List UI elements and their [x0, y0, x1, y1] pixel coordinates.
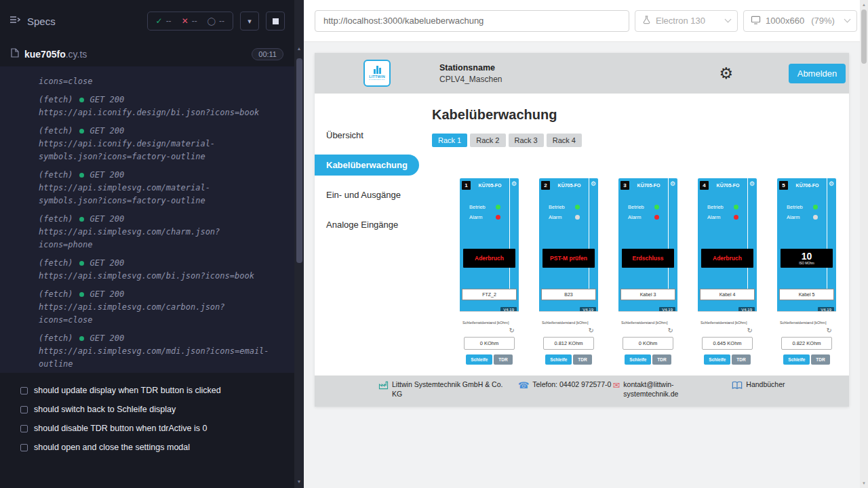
specs-label[interactable]: Specs [27, 16, 56, 27]
alarm-led-icon [813, 215, 818, 220]
device-gear-icon[interactable]: ⚙ [748, 181, 756, 187]
status-dot-icon [79, 173, 84, 178]
tdr-button[interactable]: TDR [652, 354, 671, 365]
log-entry-head: (fetch) GET 200 [39, 169, 270, 182]
fetch-label: (fetch) [39, 94, 73, 106]
card-buttons: Schleife TDR [542, 354, 595, 365]
reporter-scrollbar[interactable]: ▲ ▼ [294, 0, 304, 488]
collapse-button[interactable]: ▾ [240, 12, 259, 30]
tdr-button[interactable]: TDR [811, 354, 829, 365]
stop-run-button[interactable] [266, 12, 285, 30]
tdr-button[interactable]: TDR [732, 354, 750, 365]
card-divider [827, 272, 827, 289]
betrieb-led-icon [654, 205, 659, 209]
url-input[interactable] [315, 10, 629, 32]
test-item[interactable]: should disable TDR button when tdrActive… [0, 419, 294, 438]
test-item[interactable]: should switch back to Schleife display [0, 400, 294, 419]
specs-menu-icon[interactable] [9, 15, 20, 27]
fetch-label: (fetch) [39, 169, 73, 182]
schleife-button[interactable]: Schleife [704, 354, 730, 365]
rack-tab[interactable]: Rack 3 [509, 134, 544, 147]
log-entry[interactable]: (fetch) GET 200 https://api.iconify.desi… [39, 125, 270, 163]
log-entry[interactable]: icons=close [39, 75, 270, 88]
request-url: https://api.simplesvg.com/bi.json?icons=… [39, 270, 270, 283]
logout-button[interactable]: Abmelden [789, 64, 846, 83]
card-divider [589, 272, 589, 289]
window-scrollbar[interactable]: ▲ ▼ [860, 0, 868, 488]
footer-manuals[interactable]: Handbücher [732, 380, 785, 391]
footer-email[interactable]: ✉ kontakt@littwin-systemtechnik.de [612, 380, 688, 399]
factory-icon [378, 381, 389, 391]
sidebar-item[interactable]: Kabelüberwachung [315, 155, 419, 176]
refresh-icon[interactable]: ↻ [589, 327, 594, 334]
test-state-icon [20, 425, 28, 432]
schleife-button[interactable]: Schleife [625, 354, 651, 365]
log-entry[interactable]: (fetch) GET 200 https://api.iconify.desi… [39, 94, 270, 119]
browser-select[interactable]: Electron 130 [635, 10, 738, 32]
log-entry[interactable]: (fetch) GET 200 https://api.simplesvg.co… [39, 332, 270, 371]
device-gear-icon[interactable]: ⚙ [827, 181, 835, 187]
littwin-logo: LITTWIN SYSTEMTECHNIK [363, 60, 391, 87]
refresh-icon[interactable]: ↻ [509, 327, 515, 334]
sidebar-item[interactable]: Analoge Eingänge [315, 214, 419, 235]
log-entry-head: (fetch) GET 200 [39, 213, 270, 226]
scroll-up-icon[interactable]: ▲ [860, 3, 868, 7]
version-row: V4.19 [777, 300, 836, 311]
device-cards: ⚙ 1 KÜ705-FO Betrieb [460, 178, 849, 375]
viewport-select[interactable]: 1000x660 (79%) [743, 10, 857, 32]
log-entry[interactable]: (fetch) GET 200 https://api.simplesvg.co… [39, 257, 270, 283]
scroll-down-icon[interactable]: ▼ [294, 479, 304, 484]
test-item[interactable]: should open and close the settings modal [0, 438, 294, 457]
betrieb-led-row: Betrieb [628, 203, 659, 210]
schleife-button[interactable]: Schleife [466, 354, 492, 365]
scroll-down-icon[interactable]: ▼ [860, 481, 868, 485]
viewport-zoom: (79%) [811, 16, 835, 26]
chevron-down-icon [725, 16, 732, 23]
betrieb-led-row: Betrieb [549, 203, 580, 210]
rack-tab[interactable]: Rack 4 [547, 134, 582, 147]
pending-count: -- [219, 16, 224, 26]
scrollbar-thumb[interactable] [296, 58, 302, 263]
loop-resistance-value: 0.822 KOhm [781, 337, 832, 350]
settings-gear-icon[interactable]: ⚙ [719, 66, 733, 81]
spec-file-name[interactable]: kue705fo.cy.ts [24, 49, 87, 60]
scrollbar-thumb[interactable] [861, 9, 867, 64]
device-number: 4 [700, 181, 709, 190]
scroll-up-icon[interactable]: ▲ [294, 46, 304, 51]
refresh-icon[interactable]: ↻ [827, 327, 832, 334]
command-log: icons=close (fetch) GET 200 https://api.… [0, 66, 294, 373]
app-footer: Littwin Systemtechnik GmbH & Co. KG ☎ Te… [315, 375, 849, 407]
fetch-label: (fetch) [39, 288, 73, 301]
betrieb-label: Betrieb [787, 204, 803, 210]
device-card: ⚙ 5 KÜ706-FO Betrieb [777, 178, 836, 375]
schleife-button[interactable]: Schleife [783, 354, 810, 365]
alarm-led-icon [654, 215, 659, 220]
test-title: should disable TDR button when tdrActive… [34, 424, 207, 433]
tdr-button[interactable]: TDR [494, 354, 512, 365]
loop-resistance-value: 0.812 KOhm [543, 337, 594, 350]
rack-tab[interactable]: Rack 2 [470, 134, 505, 147]
rack-tab[interactable]: Rack 1 [432, 134, 467, 147]
log-entry[interactable]: (fetch) GET 200 https://api.simplesvg.co… [39, 169, 270, 207]
card-divider [668, 272, 669, 289]
status-message: Aderbruch [475, 255, 504, 262]
sidebar-item[interactable]: Ein- und Ausgänge [315, 184, 419, 205]
log-entry[interactable]: (fetch) GET 200 https://api.simplesvg.co… [39, 288, 270, 327]
http-status: GET 200 [90, 213, 125, 226]
log-entry-head: (fetch) GET 200 [39, 332, 270, 345]
refresh-icon[interactable]: ↻ [668, 327, 673, 334]
tdr-button[interactable]: TDR [573, 354, 591, 365]
refresh-icon[interactable]: ↻ [747, 327, 753, 334]
schleife-button[interactable]: Schleife [545, 354, 572, 365]
failed-count: -- [192, 16, 197, 26]
http-status: GET 200 [90, 332, 125, 345]
device-gear-icon[interactable]: ⚙ [669, 181, 677, 187]
device-gear-icon[interactable]: ⚙ [510, 181, 518, 187]
test-item[interactable]: should update display when TDR button is… [0, 381, 294, 400]
sidebar-item[interactable]: Übersicht [315, 125, 419, 146]
app-under-test: LITTWIN SYSTEMTECHNIK Stationsname CPLV4… [315, 53, 849, 407]
log-entry[interactable]: (fetch) GET 200 https://api.simplesvg.co… [39, 213, 270, 251]
card-gap [618, 272, 677, 289]
version-row: V4.19 [698, 300, 757, 311]
device-gear-icon[interactable]: ⚙ [589, 181, 597, 187]
